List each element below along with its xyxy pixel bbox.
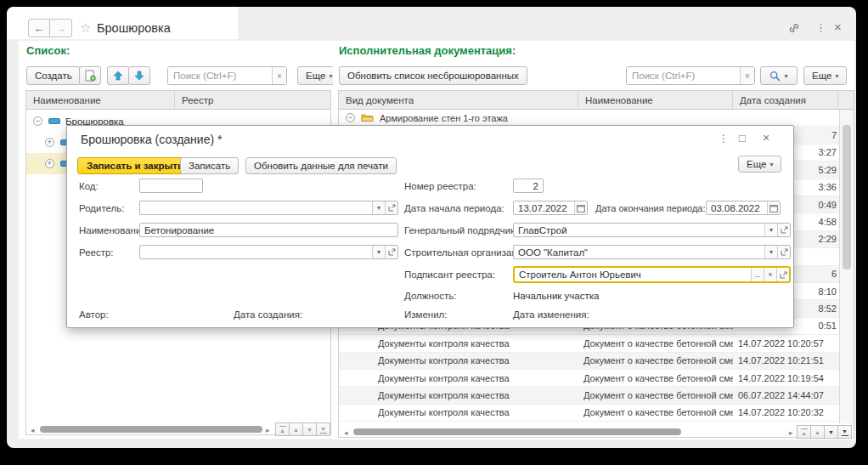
name-field <box>139 223 398 237</box>
scroll-left-icon[interactable]: ◂ <box>31 426 35 434</box>
registry-label: Реестр: <box>79 247 114 258</box>
calendar-icon[interactable] <box>574 201 587 214</box>
refresh-unbound-button[interactable]: Обновить список несброшюрованных <box>339 66 527 85</box>
code-label: Код: <box>79 181 99 191</box>
list-hscroll-thumb[interactable] <box>40 426 262 433</box>
dialog-menu-icon[interactable]: ⋮ <box>719 133 729 145</box>
open-icon[interactable] <box>385 246 397 258</box>
go-first-button[interactable]: ▲ <box>797 425 811 439</box>
list-search-input[interactable] <box>168 67 272 84</box>
collapse-toggle-icon[interactable]: − <box>33 116 42 126</box>
magnifier-icon <box>769 71 781 82</box>
go-last-button[interactable]: ▼ <box>837 425 852 439</box>
choose-ellipsis-button[interactable]: ... <box>751 268 764 281</box>
expand-toggle-icon[interactable]: + <box>45 138 54 147</box>
dropdown-icon[interactable]: ▾ <box>764 246 777 258</box>
docs-vscroll-thumb[interactable] <box>843 125 851 269</box>
column-header-doc-type[interactable]: Вид документа <box>339 91 578 109</box>
forward-button[interactable]: → <box>50 19 72 37</box>
docs-vscrollbar[interactable] <box>839 110 854 423</box>
dialog-close-icon[interactable]: × <box>763 131 769 145</box>
construction-org-label: Строительная организация: <box>404 247 531 258</box>
more-menu-icon[interactable]: ⋮ <box>815 21 826 34</box>
folder-icon <box>361 113 374 122</box>
docs-hscroll-thumb[interactable] <box>353 428 681 435</box>
docs-hscrollbar[interactable]: ◂ ▸ <box>341 426 796 439</box>
general-contractor-input[interactable] <box>514 224 764 236</box>
doc-row[interactable]: Документы контроля качества Документ о к… <box>339 335 840 352</box>
go-next-button[interactable]: ▼ <box>302 422 317 436</box>
created-date-cell: 14.07.2022 10:19:54 <box>738 370 840 386</box>
modified-by-label: Изменил: <box>404 309 448 320</box>
registry-number-field <box>513 179 544 193</box>
calendar-icon[interactable] <box>767 201 780 214</box>
down-arrow-icon <box>134 71 144 81</box>
favorite-star-icon[interactable]: ☆ <box>80 20 91 36</box>
dialog-more-button[interactable]: Еще▾ <box>738 156 781 173</box>
docs-more-button[interactable]: Еще▾ <box>803 66 847 85</box>
search-options-button[interactable]: ▾ <box>760 66 798 85</box>
move-down-button[interactable] <box>128 66 150 85</box>
doc-row[interactable]: Документы контроля качества Документ о к… <box>339 370 840 387</box>
open-icon[interactable] <box>777 224 790 236</box>
dialog-maximize-icon[interactable]: □ <box>739 132 746 145</box>
scroll-right-icon[interactable]: ▸ <box>266 426 270 434</box>
chevron-down-icon: ▾ <box>835 72 838 80</box>
doc-row[interactable]: Документы контроля качества Документ о к… <box>339 405 840 422</box>
list-panel-header: Список: <box>26 44 70 57</box>
go-prev-button[interactable]: ▲ <box>289 422 303 436</box>
save-and-close-button[interactable]: Записать и закрыть <box>77 157 193 174</box>
refresh-print-data-button[interactable]: Обновить данные для печати <box>245 157 397 174</box>
list-hscrollbar[interactable]: ◂ ▸ <box>26 423 273 436</box>
construction-org-input[interactable] <box>514 246 764 258</box>
copy-link-icon[interactable] <box>788 22 800 34</box>
registry-signer-label: Подписант реестра: <box>404 269 495 280</box>
clear-value-icon[interactable]: × <box>764 268 776 281</box>
collapse-toggle-icon[interactable]: − <box>346 113 355 122</box>
registry-number-input[interactable] <box>514 179 543 192</box>
dropdown-icon[interactable]: ▾ <box>372 246 385 258</box>
column-header-registry[interactable]: Реестр <box>175 91 330 109</box>
scroll-right-icon[interactable]: ▸ <box>789 428 793 437</box>
dropdown-icon[interactable]: ▾ <box>764 224 777 236</box>
doc-row[interactable]: Документы контроля качества Документ о к… <box>339 353 840 370</box>
back-button[interactable]: ← <box>28 19 50 37</box>
open-icon[interactable] <box>385 201 397 214</box>
go-next-button[interactable]: ▼ <box>824 425 838 439</box>
chevron-down-icon: ▾ <box>329 72 332 80</box>
clear-search-icon[interactable]: × <box>272 67 286 84</box>
open-icon[interactable] <box>777 246 790 258</box>
scroll-left-icon[interactable]: ◂ <box>344 428 348 437</box>
column-header-name[interactable]: Наименование <box>26 91 175 109</box>
column-header-created[interactable]: Дата создания <box>733 91 838 109</box>
create-button[interactable]: Создать <box>26 66 81 85</box>
created-date-cell: 06.07.2022 14:44:07 <box>738 387 840 403</box>
clear-search-icon[interactable]: × <box>740 67 754 84</box>
go-last-button[interactable]: ▼ <box>316 422 330 436</box>
expand-toggle-icon[interactable]: + <box>45 159 54 168</box>
docs-search-input[interactable] <box>627 67 740 84</box>
period-end-field <box>706 201 781 215</box>
period-start-input[interactable] <box>514 201 574 214</box>
move-up-button[interactable] <box>107 66 129 85</box>
code-input[interactable] <box>140 179 202 192</box>
close-window-icon[interactable]: × <box>834 20 842 34</box>
column-header-name[interactable]: Наименование <box>578 91 733 109</box>
name-input[interactable] <box>140 224 397 236</box>
go-first-button[interactable]: ▲ <box>275 422 290 436</box>
dropdown-icon[interactable]: ▾ <box>372 201 385 214</box>
open-icon[interactable] <box>776 268 789 281</box>
docs-search: × <box>626 66 755 85</box>
created-date-cell: 14.07.2022 10:21:51 <box>738 353 840 369</box>
chevron-down-icon: ▾ <box>784 72 787 80</box>
period-end-input[interactable] <box>707 201 767 214</box>
position-value: Начальник участка <box>513 291 599 301</box>
create-group-button[interactable] <box>79 66 101 85</box>
go-prev-button[interactable]: ▲ <box>810 425 825 439</box>
registry-input[interactable] <box>140 246 372 258</box>
code-field <box>139 179 203 193</box>
doc-row[interactable]: Документы контроля качества Документ о к… <box>339 387 840 404</box>
parent-input[interactable] <box>140 201 372 214</box>
save-button[interactable]: Записать <box>180 157 239 174</box>
registry-signer-input[interactable] <box>515 268 751 281</box>
